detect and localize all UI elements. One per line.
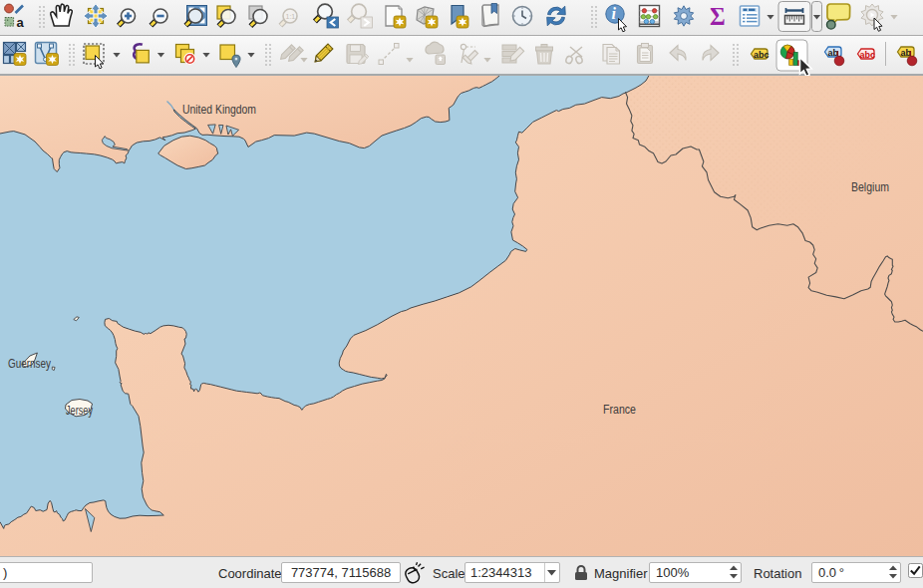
svg-text:Belgium: Belgium	[851, 180, 889, 194]
svg-text:abc: abc	[754, 50, 769, 60]
svg-text:France: France	[603, 403, 636, 417]
svg-text:i: i	[612, 5, 617, 22]
svg-text:Σ: Σ	[710, 3, 726, 31]
svg-text:a: a	[17, 15, 25, 30]
svg-text:abc: abc	[860, 50, 876, 60]
svg-text:United Kingdom: United Kingdom	[182, 103, 256, 117]
svg-text:Guernsey: Guernsey	[8, 357, 52, 371]
svg-text:1:1: 1:1	[286, 13, 296, 20]
svg-text:ab: ab	[901, 48, 912, 58]
svg-text:Jersey: Jersey	[66, 404, 94, 418]
svg-text:ab: ab	[828, 48, 839, 58]
